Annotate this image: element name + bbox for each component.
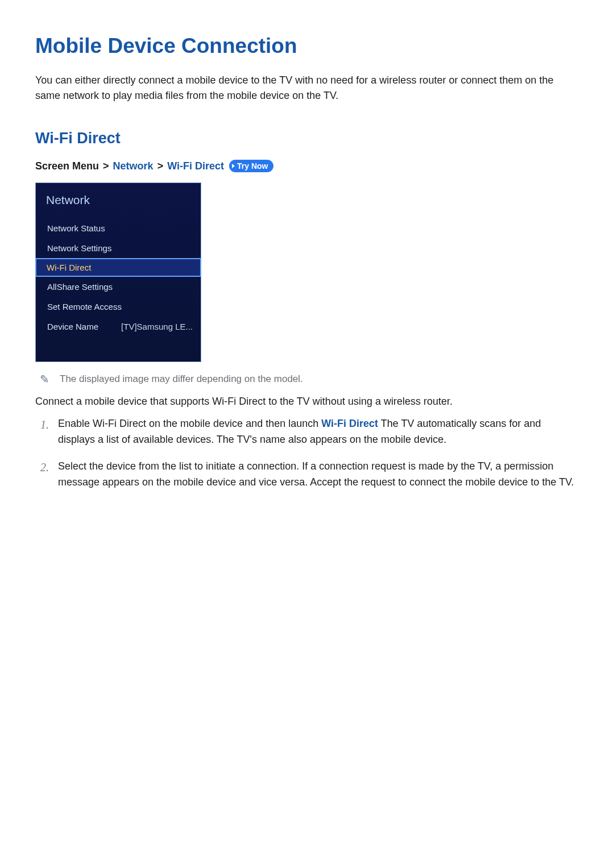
inline-link-wifi-direct[interactable]: Wi-Fi Direct (321, 418, 378, 429)
step-list: 1. Enable Wi-Fi Direct on the mobile dev… (35, 416, 579, 491)
intro-paragraph: You can either directly connect a mobile… (35, 73, 579, 103)
step-item: 1. Enable Wi-Fi Direct on the mobile dev… (35, 416, 579, 448)
menu-item-label: Network Status (47, 223, 105, 233)
step-number: 1. (35, 416, 49, 448)
lead-paragraph: Connect a mobile device that supports Wi… (35, 394, 579, 410)
breadcrumb-sep: > (157, 160, 164, 172)
page-content: Mobile Device Connection You can either … (0, 0, 614, 524)
step-number: 2. (35, 458, 49, 491)
menu-item-label: Wi-Fi Direct (47, 263, 91, 272)
menu-item-set-remote-access[interactable]: Set Remote Access (36, 297, 201, 317)
try-now-badge[interactable]: Try Now (229, 160, 273, 172)
menu-item-label: Network Settings (47, 243, 111, 253)
breadcrumb-level2[interactable]: Wi-Fi Direct (167, 160, 224, 172)
menu-item-allshare-settings[interactable]: AllShare Settings (36, 277, 201, 297)
step-text: Enable Wi-Fi Direct on the mobile device… (58, 416, 579, 448)
menu-item-label: AllShare Settings (47, 282, 113, 292)
pencil-icon: ✎ (40, 372, 49, 386)
menu-item-wifi-direct[interactable]: Wi-Fi Direct (35, 258, 201, 277)
menu-item-label: Set Remote Access (47, 302, 122, 312)
note-text: The displayed image may differ depending… (60, 373, 303, 385)
breadcrumb-level1[interactable]: Network (113, 160, 154, 172)
breadcrumb-root: Screen Menu (35, 160, 99, 172)
tv-menu-screenshot: Network Network Status Network Settings … (35, 182, 201, 362)
menu-spacer (36, 337, 201, 362)
menu-item-device-name[interactable]: Device Name [TV]Samsung LE... (36, 317, 201, 337)
menu-item-network-status[interactable]: Network Status (36, 218, 201, 238)
menu-item-network-settings[interactable]: Network Settings (36, 238, 201, 258)
step-text: Select the device from the list to initi… (58, 458, 579, 491)
breadcrumb: Screen Menu > Network > Wi-Fi Direct Try… (35, 160, 579, 172)
step-item: 2. Select the device from the list to in… (35, 458, 579, 491)
menu-item-label: Device Name (47, 322, 98, 331)
breadcrumb-sep: > (103, 160, 109, 172)
menu-header: Network (36, 183, 201, 218)
menu-item-value: [TV]Samsung LE... (121, 322, 193, 331)
page-title: Mobile Device Connection (35, 34, 579, 58)
section-title: Wi-Fi Direct (35, 130, 579, 147)
note: ✎ The displayed image may differ dependi… (40, 372, 579, 386)
